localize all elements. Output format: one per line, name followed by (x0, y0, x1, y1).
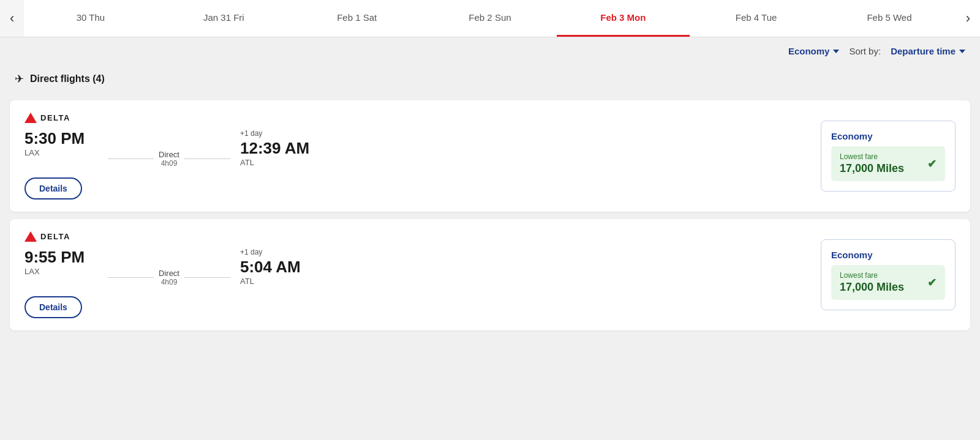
arrive-airport-flight1: ATL (240, 158, 309, 167)
flight-duration-flight1: 4h09 (161, 159, 178, 168)
depart-time-flight1: 5:30 PM (24, 129, 98, 148)
flight-middle-flight2: Direct 4h09 (108, 269, 230, 286)
flight-card-left-flight2: DELTA 9:55 PM LAX Direct 4h09 (24, 231, 821, 318)
flight-info-flight2: 9:55 PM LAX Direct 4h09 (24, 248, 821, 286)
date-item-jan30[interactable]: 30 Thu (24, 0, 157, 37)
fare-lowest-label-flight1: Lowest fare (840, 152, 904, 161)
date-item-feb1[interactable]: Feb 1 Sat (290, 0, 423, 37)
fare-lowest-flight2[interactable]: Lowest fare 17,000 Miles ✔ (831, 265, 945, 300)
airline-name-flight2: DELTA (40, 232, 70, 241)
direct-flights-header: ✈ Direct flights (4) (0, 65, 980, 93)
flight-line-left (108, 277, 154, 278)
details-button-flight2[interactable]: Details (24, 296, 82, 318)
date-nav-bar: ‹ 30 ThuJan 31 FriFeb 1 SatFeb 2 SunFeb … (0, 0, 980, 37)
next-date-button[interactable]: › (956, 0, 980, 37)
depart-block-flight1: 5:30 PM LAX (24, 129, 98, 157)
details-button-flight1[interactable]: Details (24, 177, 82, 199)
fare-class-flight1: Economy (831, 131, 945, 141)
flight-info-flight1: 5:30 PM LAX Direct 4h09 (24, 129, 821, 168)
flights-list: DELTA 5:30 PM LAX Direct 4h09 (0, 93, 980, 338)
arrive-block-flight1: +1 day 12:39 AM ATL (240, 129, 309, 167)
fare-lowest-content-flight2: Lowest fare 17,000 Miles (840, 271, 904, 294)
middle-block-flight2: Direct 4h09 (108, 248, 230, 286)
fare-miles-flight2: 17,000 Miles (840, 281, 904, 294)
fare-miles-flight1: 17,000 Miles (840, 162, 904, 175)
sort-by-label: Sort by: (849, 46, 881, 56)
fare-lowest-content-flight1: Lowest fare 17,000 Miles (840, 152, 904, 175)
fare-box-flight1: Economy Lowest fare 17,000 Miles ✔ (821, 121, 956, 192)
date-item-feb3[interactable]: Feb 3 Mon (557, 0, 690, 37)
flight-line-right (184, 277, 230, 278)
plus-day-flight1: +1 day (240, 129, 309, 139)
economy-label: Economy (788, 46, 830, 56)
date-item-feb2[interactable]: Feb 2 Sun (423, 0, 556, 37)
flight-card-flight2: DELTA 9:55 PM LAX Direct 4h09 (10, 219, 970, 330)
flight-line-left (108, 158, 154, 159)
section-title: Direct flights (4) (30, 73, 105, 84)
airline-logo-flight2: DELTA (24, 231, 821, 242)
arrive-airport-flight2: ATL (240, 277, 301, 286)
arrive-block-flight2: +1 day 5:04 AM ATL (240, 248, 301, 286)
prev-date-button[interactable]: ‹ (0, 0, 24, 37)
arrive-time-flight2: 5:04 AM (240, 258, 301, 277)
fare-chevron-icon-flight1: ✔ (927, 157, 937, 171)
fare-lowest-label-flight2: Lowest fare (840, 271, 904, 280)
middle-block-flight1: Direct 4h09 (108, 129, 230, 168)
fare-box-flight2: Economy Lowest fare 17,000 Miles ✔ (821, 239, 956, 310)
depart-block-flight2: 9:55 PM LAX (24, 248, 98, 276)
plus-day-flight2: +1 day (240, 248, 301, 258)
fare-chevron-icon-flight2: ✔ (927, 276, 937, 289)
flight-type-flight2: Direct (159, 269, 179, 278)
economy-dropdown-icon (833, 50, 839, 53)
filters-bar: Economy Sort by: Departure time (0, 37, 980, 65)
economy-dropdown[interactable]: Economy (788, 46, 840, 56)
sort-dropdown[interactable]: Departure time (891, 46, 965, 56)
airline-name-flight1: DELTA (40, 113, 70, 122)
date-item-feb5[interactable]: Feb 5 Wed (823, 0, 956, 37)
date-item-jan31[interactable]: Jan 31 Fri (157, 0, 290, 37)
sort-value-label: Departure time (891, 46, 956, 56)
flight-line-right (184, 158, 230, 159)
sort-dropdown-icon (959, 50, 965, 53)
plane-icon: ✈ (15, 72, 24, 86)
flight-card-left-flight1: DELTA 5:30 PM LAX Direct 4h09 (24, 113, 821, 199)
delta-triangle-icon (24, 231, 37, 242)
delta-triangle-icon (24, 113, 37, 123)
fare-lowest-flight1[interactable]: Lowest fare 17,000 Miles ✔ (831, 146, 945, 181)
depart-airport-flight2: LAX (24, 267, 98, 276)
flight-middle-flight1: Direct 4h09 (108, 150, 230, 168)
airline-logo-flight1: DELTA (24, 113, 821, 123)
depart-airport-flight1: LAX (24, 148, 98, 157)
flight-duration-flight2: 4h09 (161, 278, 178, 286)
flight-card-flight1: DELTA 5:30 PM LAX Direct 4h09 (10, 100, 970, 212)
depart-time-flight2: 9:55 PM (24, 248, 98, 267)
flight-type-flight1: Direct (159, 150, 179, 159)
date-items-container: 30 ThuJan 31 FriFeb 1 SatFeb 2 SunFeb 3 … (24, 0, 956, 37)
arrive-time-flight1: 12:39 AM (240, 139, 309, 158)
fare-class-flight2: Economy (831, 250, 945, 260)
date-item-feb4[interactable]: Feb 4 Tue (690, 0, 823, 37)
